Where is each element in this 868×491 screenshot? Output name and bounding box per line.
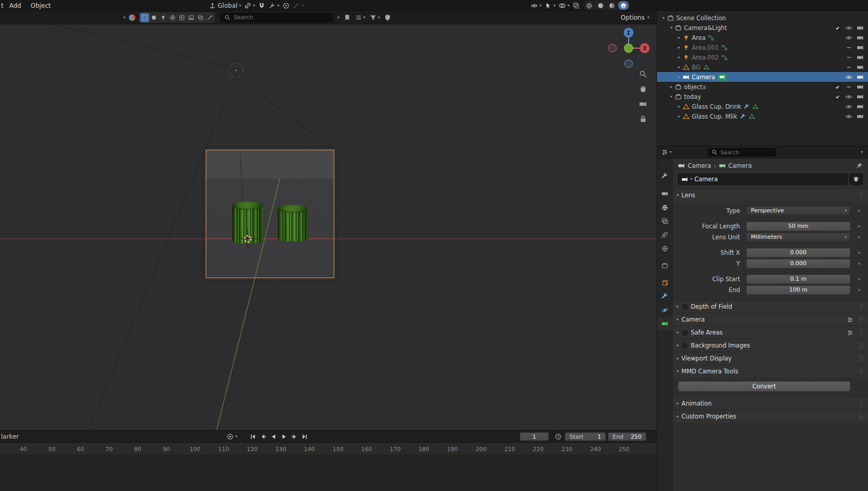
shading-material-button[interactable] (607, 1, 617, 10)
snap-toggle[interactable] (258, 2, 265, 9)
outliner-item-label[interactable]: Area (692, 34, 705, 41)
camera-render-toggle[interactable] (857, 34, 864, 41)
outliner-item-label[interactable]: Glass Cup. Mlik (692, 113, 737, 120)
zoom-tool-icon[interactable] (639, 70, 647, 78)
animate-decorator[interactable] (858, 278, 860, 280)
curve-toggle-button[interactable] (205, 13, 215, 22)
animate-decorator[interactable] (858, 225, 860, 227)
image-toggle-button[interactable] (187, 13, 196, 22)
grid-toggle-button[interactable] (177, 13, 187, 22)
collapse-icon[interactable]: ▾ (677, 193, 679, 197)
expand-icon[interactable]: ▸ (676, 35, 682, 40)
exclude-checkbox[interactable] (834, 93, 841, 100)
focal-length-field[interactable]: 50 mm (746, 222, 850, 231)
tab-object-data[interactable] (657, 317, 673, 330)
breadcrumb-data[interactable]: Camera (729, 162, 752, 169)
panel-header-mmd-camera-tools[interactable]: ▾MMD Camera Tools (673, 365, 868, 378)
play-reverse-button[interactable] (268, 432, 278, 441)
sliders-icon[interactable] (847, 316, 853, 323)
drag-dots-icon[interactable] (859, 413, 864, 420)
world-toggle-button[interactable] (168, 13, 177, 22)
camera-render-toggle[interactable] (857, 93, 864, 100)
navigation-gizmo[interactable]: Z X (600, 21, 657, 75)
animate-decorator[interactable] (858, 210, 860, 212)
shield-button[interactable] (384, 14, 391, 21)
lens-unit-field[interactable]: Millimeters▾ (746, 233, 850, 242)
panel-header-safe-areas[interactable]: ▸Safe Areas (673, 326, 868, 339)
expand-icon[interactable]: ▸ (676, 55, 682, 60)
outliner-item-label[interactable]: Glass Cup. Drink (692, 103, 741, 110)
drag-dots-icon[interactable] (859, 342, 864, 349)
camera-render-toggle[interactable] (857, 103, 864, 110)
tab-collection[interactable] (657, 259, 673, 272)
layers-toggle-button[interactable] (196, 13, 205, 22)
panel-header-custom-properties[interactable]: ▸Custom Properties (673, 410, 868, 423)
sliders-icon[interactable] (847, 329, 853, 336)
expand-icon[interactable]: ▸ (676, 75, 682, 79)
auto-keyframe-toggle[interactable]: ▾ (226, 433, 237, 440)
expand-icon[interactable]: ▸ (677, 401, 679, 406)
collapse-icon[interactable]: ▾ (668, 25, 675, 30)
camera-render-toggle[interactable] (857, 54, 864, 61)
tab-physics[interactable] (657, 304, 673, 317)
shading-rendered-button[interactable] (618, 1, 629, 10)
expand-icon[interactable]: ▸ (677, 414, 679, 418)
3d-viewport[interactable]: ▾ ▾ ▾ ▾ Options ▾ (0, 11, 657, 430)
panel-header-camera[interactable]: ▸Camera (673, 313, 868, 326)
expand-icon[interactable]: ▸ (677, 317, 679, 322)
outliner-item-label[interactable]: today (684, 93, 701, 100)
outliner-row[interactable]: ▸Camera (657, 72, 868, 82)
expand-icon[interactable]: ▸ (676, 65, 682, 69)
tab-output[interactable] (657, 201, 673, 214)
camera-render-toggle[interactable] (857, 83, 864, 91)
hidden-dash-icon[interactable] (845, 64, 852, 71)
properties-search-input[interactable] (720, 149, 767, 155)
viewport-search-input[interactable] (234, 14, 317, 21)
animate-decorator[interactable] (858, 236, 860, 238)
start-frame-field[interactable]: Start 1 (565, 432, 606, 441)
outliner-row[interactable]: ▾Scene Collection (657, 13, 868, 23)
hidden-dash-icon[interactable] (845, 54, 852, 61)
menu-select-clipped[interactable]: t (0, 2, 5, 9)
outliner-row[interactable]: ▾Camera&Light (657, 23, 868, 33)
xray-toggle[interactable] (573, 2, 580, 9)
camera-render-toggle[interactable] (857, 44, 864, 51)
outliner-item-label[interactable]: Area.001 (692, 44, 719, 51)
outliner-item-label[interactable]: Camera (692, 74, 715, 81)
clip-start-field[interactable]: 0.1 m (746, 275, 850, 284)
outliner-row[interactable]: ▸Glass Cup. Mlik (657, 111, 868, 121)
panel-checkbox[interactable] (681, 329, 688, 336)
fake-user-shield-button[interactable] (849, 174, 863, 185)
panel-header-animation[interactable]: ▸Animation (673, 397, 868, 410)
hide-eye-toggle[interactable] (845, 103, 852, 110)
breadcrumb-object[interactable]: Camera (688, 162, 711, 169)
pin-icon[interactable] (856, 162, 863, 169)
properties-search-field[interactable] (708, 148, 776, 156)
jump-to-end-button[interactable] (300, 432, 309, 441)
drag-dots-icon[interactable] (859, 192, 864, 199)
collapse-icon[interactable]: ▾ (660, 16, 667, 20)
shift-x-field[interactable]: 0.000 (746, 248, 850, 257)
pan-hand-icon[interactable] (639, 85, 647, 93)
bookmark-button[interactable] (344, 14, 351, 21)
collapse-icon[interactable]: ▾ (677, 369, 679, 373)
gizmos-dropdown[interactable]: ▾ (545, 2, 556, 9)
outliner-row[interactable]: ▸object8 (657, 82, 868, 92)
expand-icon[interactable]: ▸ (677, 330, 679, 335)
exclude-checkbox[interactable] (834, 83, 841, 91)
camera-name-input[interactable] (694, 176, 844, 183)
drag-dots-icon[interactable] (859, 329, 864, 336)
hide-eye-toggle[interactable] (845, 24, 852, 32)
camera-render-toggle[interactable] (857, 74, 864, 81)
hide-eye-toggle[interactable] (845, 113, 852, 120)
drag-dots-icon[interactable] (859, 355, 864, 362)
camera-render-toggle[interactable] (857, 113, 864, 120)
timeline-ruler[interactable]: 4050607080901001101201301401501601701801… (0, 443, 657, 455)
editor-mode-sphere-icon[interactable] (128, 13, 136, 22)
tab-scene[interactable] (657, 228, 673, 241)
next-keyframe-button[interactable] (289, 432, 299, 441)
drag-dots-icon[interactable] (859, 368, 864, 375)
expand-icon[interactable]: ▸ (677, 305, 679, 309)
outliner-row[interactable]: ▸Area (657, 33, 868, 42)
proportional-edit-toggle[interactable] (282, 2, 290, 9)
